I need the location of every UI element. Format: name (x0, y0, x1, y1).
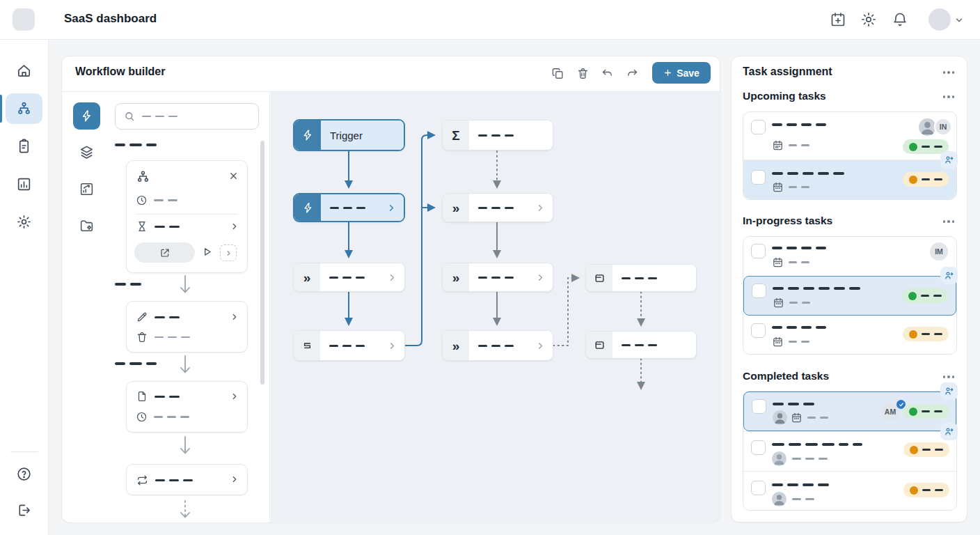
sidebar-item-workflows[interactable] (16, 100, 32, 116)
chevron-right-icon[interactable] (535, 272, 546, 283)
chevron-right-icon (225, 249, 232, 257)
add-step-dropzone[interactable] (220, 245, 237, 261)
task-row[interactable] (743, 431, 956, 471)
palette-node-card[interactable] (126, 301, 248, 352)
task-row-selected[interactable]: AM (743, 391, 956, 431)
chevron-right-icon[interactable] (535, 341, 546, 351)
assignee-badge[interactable]: IM (930, 242, 948, 261)
node-output[interactable] (585, 331, 697, 359)
settings-icon[interactable] (860, 11, 877, 28)
sidebar-item-home[interactable] (16, 63, 32, 79)
search-input[interactable] (115, 103, 259, 130)
assignee-name-dashes (792, 498, 814, 500)
assignee-badge[interactable]: IN (934, 118, 952, 136)
sidebar-item-settings[interactable] (16, 214, 32, 230)
palette-scrollbar[interactable] (260, 141, 264, 385)
task-checkbox[interactable] (751, 170, 766, 185)
task-row-selected[interactable] (743, 160, 956, 199)
assign-user-icon[interactable] (940, 267, 958, 284)
section-title-upcoming: Upcoming tasks (743, 90, 826, 102)
node-step[interactable]: » (442, 330, 553, 361)
palette-section-title (115, 362, 157, 365)
assignee-avatar[interactable] (772, 492, 787, 506)
external-link-icon (159, 247, 171, 258)
task-checkbox[interactable] (752, 284, 766, 298)
chevron-right-icon[interactable] (230, 474, 239, 484)
bell-icon[interactable] (892, 11, 908, 28)
node-step[interactable]: » (442, 193, 553, 222)
chevron-right-icon[interactable] (230, 391, 239, 401)
placeholder-dashes (142, 116, 177, 118)
status-pill-green (903, 404, 949, 419)
undo-icon[interactable] (601, 67, 614, 80)
more-menu-icon[interactable] (943, 71, 955, 74)
help-icon[interactable] (16, 466, 32, 482)
copy-icon[interactable] (551, 67, 564, 80)
palette-tab-triggers[interactable] (73, 102, 100, 130)
section-title-inprogress: In-progress tasks (743, 215, 832, 227)
assign-user-icon[interactable] (940, 151, 958, 169)
task-title-dashes (772, 443, 862, 446)
save-button[interactable]: Save (652, 62, 711, 84)
due-date-dashes (807, 417, 828, 419)
more-menu-icon[interactable] (943, 220, 955, 223)
chevron-right-icon[interactable] (386, 203, 397, 213)
task-title-dashes (772, 483, 829, 486)
assignee-avatar[interactable] (773, 410, 787, 425)
app-logo[interactable] (13, 8, 35, 31)
task-title-dashes (772, 326, 826, 329)
sidebar-item-analytics[interactable] (16, 176, 32, 192)
assignee-avatar[interactable] (772, 451, 787, 466)
node-step[interactable]: » (442, 263, 553, 292)
hourglass-icon (136, 220, 148, 233)
wait-step-row[interactable] (136, 220, 180, 233)
chevron-down-icon[interactable] (954, 15, 964, 25)
node-step[interactable] (293, 330, 405, 361)
task-row-selected[interactable] (743, 276, 956, 316)
calendar-plus-icon[interactable] (830, 11, 846, 28)
open-external-button[interactable] (134, 242, 195, 263)
chevron-right-icon[interactable] (535, 203, 546, 213)
node-step[interactable]: » (293, 263, 405, 292)
palette-node-card[interactable] (126, 160, 248, 273)
node-aggregate[interactable]: Σ (442, 120, 553, 150)
logout-icon[interactable] (16, 502, 32, 518)
task-checkbox[interactable] (752, 399, 766, 414)
app-title: SaaS dashboard (64, 12, 157, 26)
redo-icon[interactable] (626, 67, 639, 80)
palette-tab-files[interactable] (79, 218, 95, 234)
user-avatar[interactable] (928, 8, 951, 31)
more-menu-icon[interactable] (943, 95, 955, 98)
task-row[interactable]: IN (743, 112, 956, 160)
task-checkbox[interactable] (751, 323, 766, 338)
workflow-canvas[interactable] (271, 92, 720, 522)
chevron-right-icon[interactable] (230, 312, 239, 322)
play-icon[interactable] (201, 246, 213, 258)
palette-tab-analytics[interactable] (79, 181, 95, 197)
palette-section-title (115, 144, 157, 146)
task-checkbox[interactable] (751, 244, 766, 258)
delete-icon[interactable] (576, 67, 590, 80)
top-header: SaaS dashboard (0, 0, 980, 40)
palette-node-card[interactable] (126, 381, 248, 433)
task-row[interactable] (743, 316, 956, 354)
palette-node-card[interactable] (126, 464, 248, 495)
task-checkbox[interactable] (751, 440, 766, 455)
task-checkbox[interactable] (751, 120, 766, 134)
palette-tab-layers[interactable] (79, 144, 95, 160)
close-icon[interactable] (228, 171, 239, 181)
placeholder-dashes (622, 277, 657, 279)
chevron-right-icon[interactable] (230, 222, 239, 231)
node-trigger[interactable]: Trigger (293, 119, 405, 151)
node-output[interactable] (585, 264, 697, 292)
chevron-right-icon[interactable] (387, 341, 397, 351)
assign-user-icon[interactable] (940, 423, 958, 440)
node-action-blue[interactable] (293, 193, 405, 222)
assign-user-icon[interactable] (940, 382, 958, 400)
task-checkbox[interactable] (751, 481, 766, 495)
chevron-right-icon[interactable] (387, 272, 397, 283)
more-menu-icon[interactable] (943, 375, 955, 378)
task-row[interactable] (743, 471, 956, 510)
sidebar-item-tasks[interactable] (16, 138, 32, 154)
task-row[interactable]: IM (743, 237, 956, 276)
